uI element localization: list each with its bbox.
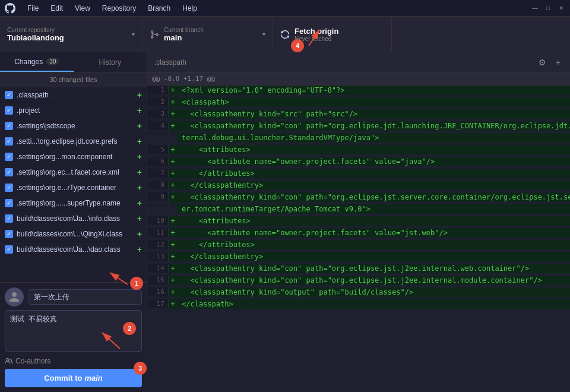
diff-line: 17 + </classpath> [147, 299, 570, 311]
tab-history[interactable]: History [74, 52, 147, 72]
diff-header: @@ -0,0 +1,17 @@ [147, 72, 570, 86]
diff-line: 15 + <classpathentry kind="con" path="or… [147, 276, 570, 287]
title-bar: File Edit View Repository Branch Help — … [0, 0, 570, 17]
annotation-2: 2 [123, 322, 136, 335]
diff-line: 11 + <attribute name="owner.project.face… [147, 228, 570, 240]
main-layout: Changes 30 History 30 changed files .cla… [0, 52, 570, 392]
diff-line: 2 + <classpath> [147, 97, 570, 109]
diff-line-cont: er.tomcat.runtimeTarget/Apache Tomcat v9… [147, 204, 570, 216]
list-item[interactable]: .settings\org.ec...t.facet.core.xml + [0, 165, 147, 180]
repo-name: Tubiaoliandong [7, 33, 64, 42]
sidebar-tabs: Changes 30 History [0, 52, 147, 72]
file-add-icon: + [137, 198, 142, 208]
minimize-button[interactable]: — [531, 4, 539, 12]
file-checkbox[interactable] [5, 91, 13, 99]
file-add-icon: + [137, 106, 142, 115]
file-name: build\classes\com\Ja...\info.class [17, 214, 134, 223]
branch-name: main [164, 33, 204, 42]
file-name: .settings\org.e...rType.container [17, 184, 134, 192]
current-branch-section[interactable]: Current branch main ▾ [142, 17, 273, 52]
content-actions: ⚙ + [536, 56, 563, 68]
annotation-3: 3 [134, 362, 147, 375]
list-item[interactable]: .settings\org.e...rType.container + [0, 180, 147, 195]
commit-message-row [5, 287, 142, 306]
file-name: build\classes\com\...\QingXi.class [17, 230, 134, 238]
diff-view: @@ -0,0 +1,17 @@ 1 + <?xml version="1.0"… [147, 72, 570, 392]
list-item[interactable]: .settings\org...mon.component + [0, 149, 147, 165]
fetch-info: Fetch origin Never fetched [294, 27, 338, 42]
add-file-icon[interactable]: + [553, 56, 563, 68]
list-item[interactable]: .project + [0, 103, 147, 118]
coauthor-label: Co-authors [15, 357, 50, 365]
menu-edit[interactable]: Edit [48, 3, 65, 14]
file-checkbox[interactable] [5, 184, 13, 192]
maximize-button[interactable]: □ [544, 4, 552, 12]
content-area: .classpath ⚙ + @@ -0,0 +1,17 @@ 1 + <?xm… [147, 52, 570, 392]
menu-repository[interactable]: Repository [100, 3, 138, 14]
sidebar: Changes 30 History 30 changed files .cla… [0, 52, 147, 392]
file-checkbox[interactable] [5, 245, 13, 254]
title-bar-left: File Edit View Repository Branch Help [5, 3, 200, 14]
repo-info: Current repository Tubiaoliandong [7, 27, 64, 42]
diff-line: 8 + </classpathentry> [147, 181, 570, 192]
file-checkbox[interactable] [5, 137, 13, 146]
commit-title-input[interactable] [28, 289, 142, 305]
list-item[interactable]: .settings\jsdtscope + [0, 118, 147, 134]
commit-description-input[interactable]: 测试 不易较真 [5, 310, 142, 352]
settings-icon[interactable]: ⚙ [536, 56, 549, 68]
file-checkbox[interactable] [5, 122, 13, 130]
menu-file[interactable]: File [25, 3, 41, 14]
file-checkbox[interactable] [5, 230, 13, 238]
diff-line: 16 + <classpathentry kind="output" path=… [147, 287, 570, 299]
file-name: .settings\jsdtscope [17, 122, 134, 130]
file-checkbox[interactable] [5, 168, 13, 176]
diff-line: 1 + <?xml version="1.0" encoding="UTF-8"… [147, 86, 570, 97]
commit-button-prefix: Commit to [44, 374, 82, 382]
diff-line: 3 + <classpathentry kind="src" path="src… [147, 109, 570, 121]
file-checkbox[interactable] [5, 214, 13, 223]
menu-help[interactable]: Help [180, 3, 200, 14]
list-item[interactable]: build\classes\com\...\QingXi.class + [0, 226, 147, 242]
file-path: .classpath [154, 58, 186, 67]
file-add-icon: + [137, 245, 142, 254]
list-item[interactable]: .settings\org......superType.name + [0, 195, 147, 211]
file-list: .classpath + .project + .settings\jsdtsc… [0, 87, 147, 282]
file-checkbox[interactable] [5, 106, 13, 115]
diff-line: 9 + <classpathentry kind="con" path="org… [147, 192, 570, 204]
list-item[interactable]: .classpath + [0, 87, 147, 103]
diff-line: 7 + </attributes> [147, 169, 570, 181]
branch-info: Current branch main [164, 27, 204, 42]
close-button[interactable]: ✕ [557, 4, 565, 12]
file-add-icon: + [137, 121, 142, 131]
file-add-icon: + [137, 214, 142, 223]
commit-button-branch: main [84, 374, 102, 382]
files-header: 30 changed files [0, 72, 147, 87]
list-item[interactable]: build\classes\com\Ja...\info.class + [0, 211, 147, 226]
fetch-label: Fetch origin [294, 27, 338, 36]
branch-icon [150, 30, 159, 39]
list-item[interactable]: build\classes\com\Ja...\dao.class + [0, 242, 147, 257]
current-repo-section[interactable]: Current repository Tubiaoliandong ▾ [0, 17, 142, 52]
menu-branch[interactable]: Branch [145, 3, 173, 14]
commit-footer: Co-authors [5, 357, 142, 365]
branch-chevron-icon: ▾ [262, 31, 265, 37]
tab-changes[interactable]: Changes 30 [0, 52, 74, 72]
fetch-origin-section[interactable]: Fetch origin Never fetched 4 [273, 17, 392, 52]
file-add-icon: + [137, 183, 142, 192]
diff-line: 13 + </classpathentry> [147, 252, 570, 264]
file-checkbox[interactable] [5, 153, 13, 161]
avatar [5, 287, 24, 306]
toolbar: Current repository Tubiaoliandong ▾ Curr… [0, 17, 570, 52]
annotation-1: 1 [130, 277, 143, 290]
file-add-icon: + [137, 90, 142, 100]
coauthor-button[interactable]: Co-authors [5, 357, 50, 365]
file-add-icon: + [137, 229, 142, 239]
branch-label: Current branch [164, 27, 204, 33]
list-item[interactable]: .setti...\org.eclipse.jdt.core.prefs + [0, 134, 147, 149]
menu-view[interactable]: View [72, 3, 93, 14]
file-name: .classpath [17, 91, 134, 99]
file-checkbox[interactable] [5, 199, 13, 207]
commit-button[interactable]: Commit to main [5, 369, 142, 387]
file-name: .settings\org.ec...t.facet.core.xml [17, 168, 134, 176]
annotation-4: 4 [291, 39, 304, 52]
